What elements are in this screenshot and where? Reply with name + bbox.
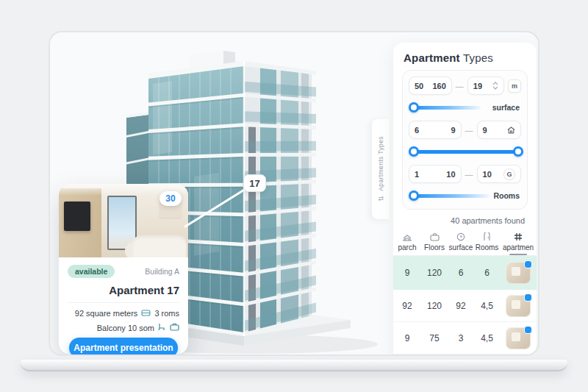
table-row[interactable]: 9 75 3 4,5 — [393, 322, 537, 354]
floors-slider-track[interactable] — [410, 150, 520, 154]
area-value: 92 square meters — [75, 309, 138, 318]
rooms-slider[interactable]: Rooms — [410, 190, 520, 202]
selected-column-indicator — [509, 254, 527, 255]
case-icon — [170, 323, 179, 332]
floors-slider-handle-min[interactable] — [409, 146, 419, 157]
panel-title: Apartment Types — [393, 43, 537, 68]
table-header: parch Floors surface — [393, 229, 537, 256]
floors-value-input[interactable]: 9 — [477, 121, 521, 139]
rooms-slider-handle[interactable] — [409, 190, 419, 201]
laptop-base — [21, 360, 567, 371]
pin-badge-icon — [524, 326, 532, 334]
apartment-title: Apartment 17 — [68, 284, 179, 296]
side-tab-apartment-types[interactable]: Apartments Types ⇅ — [372, 119, 390, 219]
column-header-floors[interactable]: Floors — [421, 232, 448, 252]
rooms-slider-label: Rooms — [490, 191, 520, 200]
column-header-parch[interactable]: parch — [393, 232, 421, 252]
bed-icon — [141, 309, 151, 318]
floors-icon — [430, 232, 440, 241]
column-header-surface[interactable]: surface — [448, 232, 474, 252]
apartment-thumbnail[interactable] — [506, 262, 531, 284]
apartment-photo: 30 — [59, 184, 188, 257]
surface-slider[interactable]: surface — [410, 101, 520, 113]
stepper-icon[interactable] — [492, 82, 498, 90]
area-rooms-row: 92 square meters 3 roms — [68, 309, 179, 318]
range-dash: — — [465, 170, 473, 179]
pin-badge-icon — [524, 293, 532, 302]
column-header-apartments[interactable]: apartmen — [500, 232, 537, 252]
table-row[interactable]: 9 75 4 8 — [393, 354, 537, 356]
surface-value-input[interactable]: 19 — [467, 76, 504, 95]
table-row[interactable]: 92 120 92 4,5 — [393, 290, 537, 322]
surface-filter-row: 50 160 — 19 m — [409, 76, 521, 95]
unit-pin-17[interactable]: 17 — [243, 174, 266, 192]
surface-slider-handle[interactable] — [409, 102, 419, 113]
floors-range-input[interactable]: 6 9 — [409, 121, 462, 139]
balcony-value: Balcony 10 som — [97, 324, 154, 332]
laptop-mockup: Apartments Types ⇅ Apartment Types 50 16… — [0, 0, 588, 392]
results-count: 40 apartments found — [393, 210, 537, 229]
floors-slider-handle-max[interactable] — [513, 146, 523, 157]
house-icon — [507, 126, 515, 134]
balcony-row: Balcony 10 som — [68, 323, 179, 332]
chair-icon — [158, 323, 166, 332]
side-tab-label: Apartments Types — [377, 136, 384, 191]
surface-range-input[interactable]: 50 160 — [409, 76, 452, 95]
rooms-range-input[interactable]: 1 10 — [409, 165, 462, 183]
laptop-screen: Apartments Types ⇅ Apartment Types 50 16… — [49, 31, 539, 356]
unit-count-badge: 30 — [159, 191, 182, 206]
apartment-types-panel: Apartment Types 50 160 — 19 — [393, 43, 537, 356]
surface-icon — [456, 232, 465, 241]
status-badge: available — [68, 265, 115, 278]
building-icon — [402, 232, 412, 241]
pin-badge-icon — [524, 260, 532, 268]
grid-icon — [514, 232, 523, 241]
apartment-card: 30 available Building A Apartment 17 92 … — [59, 184, 188, 354]
column-header-rooms[interactable]: Rooms — [474, 232, 500, 252]
door-icon — [484, 232, 490, 241]
building-name: Building A — [145, 267, 179, 276]
floors-filter-row: 6 9 — 9 — [409, 121, 521, 139]
range-dash: — — [456, 82, 464, 90]
apartment-thumbnail[interactable] — [506, 295, 531, 317]
rooms-value-input[interactable]: 10 G — [477, 165, 521, 183]
surface-slider-track[interactable] — [410, 106, 481, 110]
range-dash: — — [465, 126, 473, 135]
rooms-value: 3 roms — [154, 309, 179, 318]
filter-card: 50 160 — 19 m surface — [402, 70, 528, 210]
apartment-presentation-button[interactable]: Apartment presentation — [69, 338, 178, 356]
slider-icon: ⇅ — [377, 196, 384, 202]
unit-m-chip: m — [508, 79, 521, 93]
apartment-thumbnail[interactable] — [506, 327, 531, 349]
floors-slider[interactable] — [410, 146, 520, 157]
unit-g-chip: G — [503, 168, 515, 180]
rooms-filter-row: 1 10 — 10 G — [409, 165, 521, 183]
table-row[interactable]: 9 120 6 6 — [393, 256, 537, 290]
surface-slider-label: surface — [481, 103, 520, 112]
rooms-slider-track[interactable] — [410, 194, 490, 198]
